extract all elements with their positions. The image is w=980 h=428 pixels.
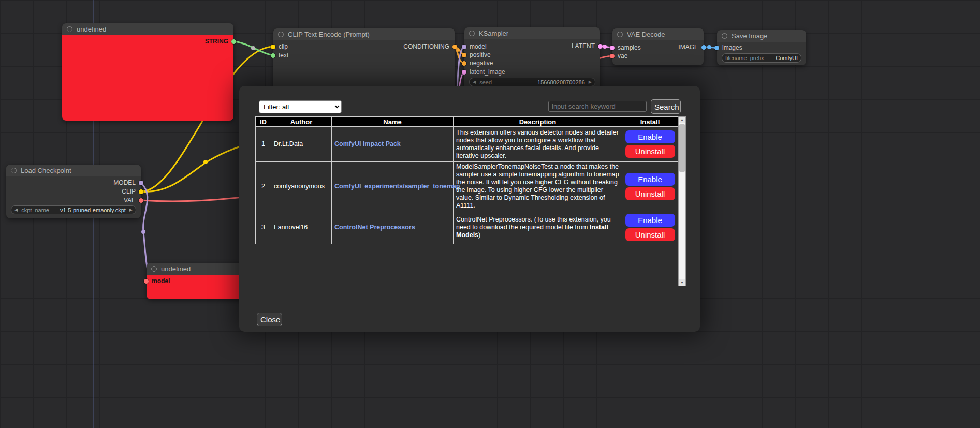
collapse-dot-icon[interactable] [278,32,284,37]
table-row: 2 comfyanonymous ComfyUI_experiments/sam… [256,162,678,211]
close-button[interactable]: Close [257,313,282,326]
output-slot-image[interactable]: IMAGE [678,43,706,51]
link-dot-clip [203,160,208,164]
slot-dot-conditioning[interactable] [452,45,457,49]
input-slot-model[interactable]: model [462,43,487,50]
widget-value: 156680208700286 [537,79,585,85]
increment-arrow-icon[interactable]: ▶ [589,80,592,84]
search-button[interactable]: Search [651,99,681,114]
cell-description: ModelSamplerTonemapNoiseTest a node that… [454,162,622,211]
header-author: Author [271,117,332,127]
header-name: Name [332,117,454,127]
enable-button[interactable]: Enable [625,130,675,143]
slot-dot-image[interactable] [701,45,706,50]
ckpt-name-widget[interactable]: ◀ ckpt_name v1-5-pruned-emaonly.ckpt ▶ [11,205,136,214]
uninstall-button[interactable]: Uninstall [625,145,675,158]
slot-dot-model[interactable] [139,181,143,185]
link-dot-image [707,45,711,49]
slot-dot-images[interactable] [714,46,719,50]
scroll-up-arrow-icon[interactable]: ▲ [679,117,685,123]
input-slot-negative[interactable]: negative [462,60,493,67]
collapse-dot-icon[interactable] [617,32,623,37]
slot-dot-text[interactable] [271,53,275,58]
output-slot-clip[interactable]: CLIP [122,188,143,195]
input-slot-latent-image[interactable]: latent_image [462,68,505,76]
cell-author: Fannovel16 [271,211,332,244]
widget-value: v1-5-pruned-emaonly.ckpt [60,207,126,213]
cell-author: Dr.Lt.Data [271,127,332,162]
input-slot-samples[interactable]: samples [610,44,641,51]
cell-description: ControlNet Preprocessors. (To use this e… [454,211,622,244]
table-scrollbar[interactable]: ▲ ▼ [678,116,686,286]
next-arrow-icon[interactable]: ▶ [129,208,133,212]
node-header[interactable]: Load Checkpoint [6,165,141,176]
collapse-dot-icon[interactable] [722,33,727,39]
link-dot-latent [603,45,607,49]
node-header[interactable]: undefined [62,23,233,35]
scrollbar-thumb[interactable] [679,124,685,172]
input-slot-model[interactable]: model [144,277,170,285]
extension-link[interactable]: ComfyUI Impact Pack [334,140,401,147]
output-slot-conditioning[interactable]: CONDITIONING [403,43,457,50]
node-load-checkpoint[interactable]: Load Checkpoint MODEL CLIP VAE ◀ ckpt_na… [6,165,141,218]
scroll-down-arrow-icon[interactable]: ▼ [679,279,685,286]
comfyui-app: { "colors": { "error_node": "#f61f2d", "… [0,0,980,428]
collapse-dot-icon[interactable] [11,168,17,173]
decrement-arrow-icon[interactable]: ◀ [473,80,476,84]
slot-dot-negative[interactable] [462,61,466,66]
link-dot-model [141,230,145,234]
uninstall-button[interactable]: Uninstall [625,228,675,241]
slot-dot-latent-image[interactable] [462,70,466,75]
extension-link[interactable]: ComfyUI_experiments/sampler_tonemap [334,183,460,190]
canvas-origin-axis-horizontal [0,5,980,5]
search-input[interactable] [548,101,647,112]
slot-dot-clip[interactable] [139,189,143,194]
node-title: undefined [161,265,191,273]
cell-install: Enable Uninstall [622,162,678,211]
input-slot-clip[interactable]: clip [271,43,288,50]
output-slot-latent[interactable]: LATENT [572,42,603,50]
uninstall-button[interactable]: Uninstall [625,187,675,200]
seed-widget[interactable]: ◀ seed 156680208700286 ▶ [469,78,595,86]
node-title: VAE Decode [627,31,665,38]
collapse-dot-icon[interactable] [67,26,72,32]
extensions-table: ID Author Name Description Install 1 Dr.… [255,116,678,244]
node-header[interactable]: VAE Decode [612,28,704,40]
output-slot-string[interactable]: STRING [205,38,236,45]
node-header[interactable]: CLIP Text Encode (Prompt) [273,28,455,40]
node-save-image[interactable]: Save Image images filename_prefix ComfyU… [717,30,806,65]
input-slot-text[interactable]: text [271,52,288,59]
node-header[interactable]: Save Image [717,30,806,42]
slot-dot-string[interactable] [231,39,236,44]
node-header[interactable]: KSampler [464,27,600,39]
filter-select[interactable]: Filter: all [259,100,342,113]
output-slot-vae[interactable]: VAE [124,197,143,204]
filename-prefix-widget[interactable]: filename_prefix ComfyUI [722,53,801,63]
cell-id: 3 [256,211,271,244]
slot-dot-positive[interactable] [462,53,466,57]
cell-id: 1 [256,127,271,162]
collapse-dot-icon[interactable] [469,31,475,36]
slot-dot-clip[interactable] [271,45,275,49]
header-install: Install [622,117,678,127]
node-vae-decode[interactable]: VAE Decode samples vae IMAGE [612,28,704,65]
collapse-dot-icon[interactable] [151,266,157,272]
enable-button[interactable]: Enable [625,173,675,186]
manager-install-dialog: Filter: all Search ID Author Name Descri… [239,86,700,332]
slot-dot-latent[interactable] [598,44,603,49]
previous-arrow-icon[interactable]: ◀ [14,208,18,212]
table-row: 1 Dr.Lt.Data ComfyUI Impact Pack This ex… [256,127,678,162]
output-slot-model[interactable]: MODEL [113,179,143,186]
extension-link[interactable]: ControlNet Preprocessors [334,224,415,231]
slot-dot-vae[interactable] [139,198,143,203]
node-undefined-top[interactable]: undefined STRING [62,23,233,121]
node-title: Save Image [732,32,767,40]
input-slot-images[interactable]: images [714,44,742,51]
slot-dot-model[interactable] [462,45,466,49]
slot-dot-vae[interactable] [610,54,615,58]
enable-button[interactable]: Enable [625,214,675,227]
slot-dot-samples[interactable] [610,46,615,50]
input-slot-positive[interactable]: positive [462,51,491,58]
slot-dot-model[interactable] [144,279,149,284]
input-slot-vae[interactable]: vae [610,52,627,60]
